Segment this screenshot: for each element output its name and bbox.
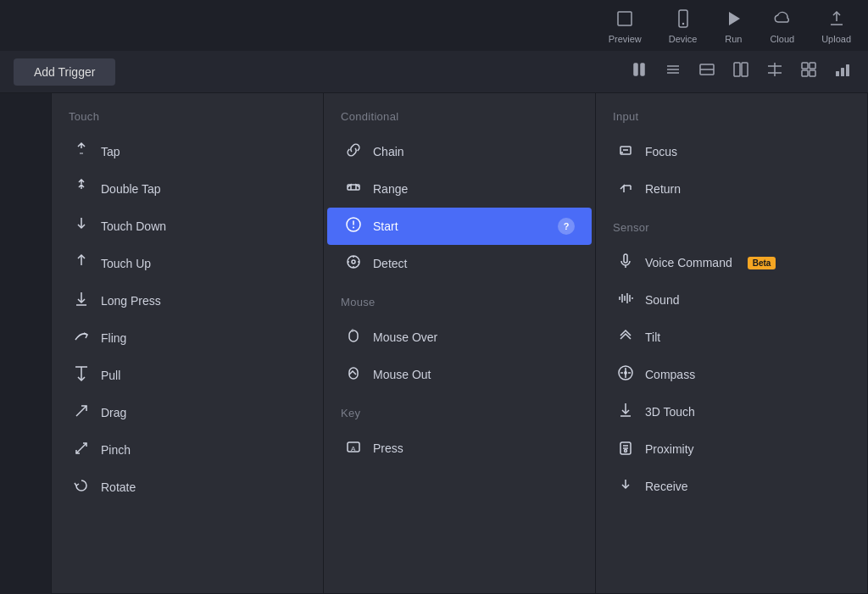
trigger-focus[interactable]: Focus [599,133,864,170]
svg-text:A: A [351,445,356,452]
trigger-chain[interactable]: Chain [327,133,592,170]
layout-icon-pause[interactable] [627,58,651,86]
svg-rect-23 [841,68,844,76]
left-strip [0,93,51,594]
svg-rect-6 [634,64,637,75]
conditional-header: Conditional [324,107,595,133]
tilt-icon [616,327,635,347]
svg-rect-20 [802,70,808,76]
start-icon [344,216,363,236]
cloud-icon [773,9,792,31]
trigger-detect[interactable]: Detect [327,245,592,282]
trigger-pull[interactable]: Pull [55,357,320,394]
3d-touch-icon [616,402,635,422]
key-header: Key [324,393,595,430]
trigger-double-tap[interactable]: Double Tap [55,170,320,208]
trigger-drag[interactable]: Drag [55,394,320,431]
trigger-pinch[interactable]: Pinch [55,431,320,469]
toolbar-upload[interactable]: Upload [821,9,851,44]
compass-icon [616,364,635,385]
upload-icon [827,9,846,31]
trigger-sound[interactable]: Sound [599,281,864,319]
layout-icon-2[interactable] [729,58,753,86]
svg-marker-3 [729,12,740,25]
pinch-label: Pinch [101,443,131,457]
toolbar-cloud[interactable]: Cloud [770,9,794,44]
svg-point-38 [352,260,355,264]
svg-rect-19 [810,63,815,69]
trigger-rotate[interactable]: Rotate [55,469,320,506]
second-toolbar: Add Trigger [0,51,868,93]
toolbar-run[interactable]: Run [724,9,743,44]
layout-icons [627,58,854,86]
mouse-out-icon [344,364,363,385]
conditional-column: Conditional Chain [324,93,596,593]
detect-label: Detect [373,257,407,270]
trigger-proximity[interactable]: Proximity [599,430,864,468]
preview-icon [615,9,634,31]
toolbar-preview[interactable]: Preview [609,9,642,44]
pull-icon [72,365,91,386]
fling-label: Fling [101,331,126,345]
touch-column: Touch Tap Double Tap [52,93,324,593]
rotate-label: Rotate [101,480,136,494]
svg-rect-21 [810,70,815,76]
mouse-out-label: Mouse Out [373,368,431,381]
receive-label: Receive [645,480,688,493]
svg-rect-7 [641,64,644,75]
layout-icon-align[interactable] [661,58,685,86]
input-header: Input [596,107,867,133]
trigger-compass[interactable]: Compass [599,356,864,393]
add-trigger-button[interactable]: Add Trigger [14,58,115,86]
tap-label: Tap [101,145,120,158]
layout-icon-5[interactable] [831,58,854,86]
layout-icon-4[interactable] [797,58,821,86]
svg-rect-43 [349,330,358,341]
long-press-icon [72,291,91,311]
rotate-icon [72,477,91,497]
start-label: Start [373,219,398,233]
tap-icon [72,142,91,162]
touch-up-label: Touch Up [101,257,151,270]
run-label: Run [725,34,742,44]
trigger-mouse-over[interactable]: Mouse Over [327,319,592,356]
trigger-tilt[interactable]: Tilt [599,319,864,356]
touch-up-icon [72,253,91,274]
svg-rect-18 [802,63,808,69]
trigger-long-press[interactable]: Long Press [55,282,320,319]
focus-label: Focus [645,145,677,158]
svg-point-37 [348,256,359,268]
run-icon [724,9,743,31]
trigger-touch-up[interactable]: Touch Up [55,245,320,282]
toolbar-device[interactable]: Device [669,9,698,44]
svg-rect-52 [624,254,627,263]
trigger-range[interactable]: Range [327,170,592,208]
trigger-press[interactable]: A Press [327,430,592,467]
pull-label: Pull [101,369,120,382]
touch-header: Touch [52,107,323,133]
trigger-receive[interactable]: Receive [599,468,864,505]
svg-rect-24 [846,64,849,76]
pinch-icon [72,440,91,460]
trigger-fling[interactable]: Fling [55,319,320,357]
layout-icon-3[interactable] [763,58,787,86]
svg-line-33 [81,443,86,448]
voice-command-label: Voice Command [645,256,732,269]
layout-icon-1[interactable] [695,58,719,86]
return-icon [616,179,635,199]
mouse-over-label: Mouse Over [373,330,437,344]
sensor-header: Sensor [596,208,867,244]
detect-icon [344,253,363,274]
trigger-touch-down[interactable]: Touch Down [55,208,320,245]
trigger-mouse-out[interactable]: Mouse Out [327,356,592,393]
trigger-voice-command[interactable]: Voice Command Beta [599,244,864,281]
start-help-badge[interactable]: ? [558,218,575,235]
chain-icon [344,142,363,162]
trigger-start[interactable]: Start ? [327,208,592,245]
trigger-return[interactable]: Return [599,170,864,208]
trigger-tap[interactable]: Tap [55,133,320,170]
trigger-3d-touch[interactable]: 3D Touch [599,393,864,430]
receive-icon [616,476,635,497]
range-label: Range [373,182,408,196]
input-column: Input Focus [596,93,867,593]
